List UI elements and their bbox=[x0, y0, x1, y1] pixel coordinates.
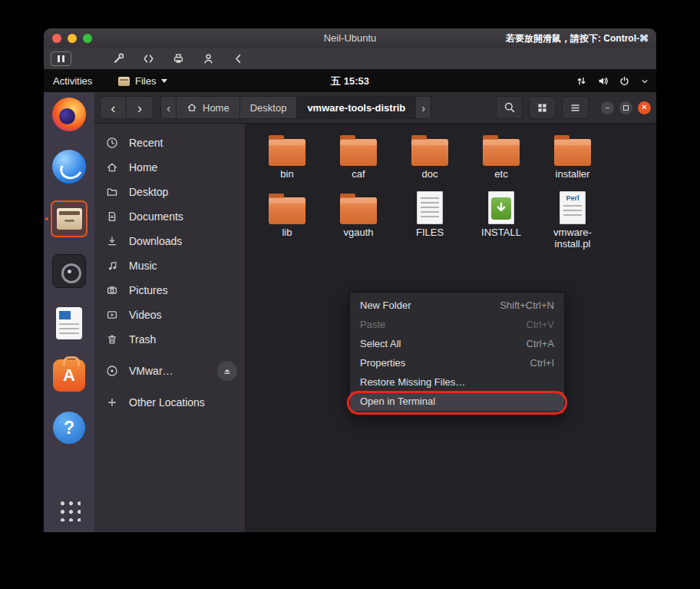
dock-item-rhythmbox[interactable] bbox=[52, 254, 86, 288]
dock-item-firefox[interactable] bbox=[52, 98, 86, 131]
folder-icon bbox=[554, 139, 591, 166]
eject-button[interactable] bbox=[217, 361, 237, 381]
dock-item-ubuntu-software[interactable]: A bbox=[52, 359, 86, 392]
close-button[interactable]: ✕ bbox=[638, 101, 651, 114]
file-label: caf bbox=[352, 169, 365, 180]
file-bin[interactable]: bin bbox=[254, 130, 320, 180]
search-button[interactable] bbox=[496, 96, 523, 119]
dock-item-help[interactable]: ? bbox=[52, 411, 86, 445]
dock-item-thunderbird[interactable] bbox=[52, 150, 86, 184]
dock-item-libreoffice-writer[interactable] bbox=[52, 306, 86, 340]
camera-icon bbox=[106, 284, 118, 296]
video-icon bbox=[106, 309, 118, 321]
sidebar-item-documents[interactable]: Documents bbox=[94, 204, 245, 229]
sidebar-item-label: Home bbox=[129, 161, 157, 174]
system-status-area[interactable] bbox=[576, 70, 649, 92]
file-label: bin bbox=[280, 169, 293, 180]
menu-item-select-all[interactable]: Select All Ctrl+A bbox=[350, 334, 564, 353]
path-segment-home[interactable]: Home bbox=[177, 96, 240, 119]
maximize-button[interactable] bbox=[619, 101, 632, 114]
sidebar-item-label: Music bbox=[129, 260, 157, 272]
sidebar-item-other-locations[interactable]: Other Locations bbox=[94, 390, 245, 415]
sidebar-item-music[interactable]: Music bbox=[94, 253, 245, 278]
sidebar-item-label: VMwar… bbox=[129, 365, 173, 377]
user-icon[interactable] bbox=[200, 51, 216, 67]
menu-item-open-in-terminal[interactable]: Open in Terminal bbox=[350, 392, 564, 411]
file-vmware-install-pl[interactable]: Perl vmware-install.pl bbox=[540, 188, 606, 250]
menu-item-restore-missing-files[interactable]: Restore Missing Files… bbox=[350, 372, 564, 392]
file-files[interactable]: FILES bbox=[397, 188, 463, 250]
document-icon bbox=[106, 210, 118, 223]
path-scroll-left-button[interactable]: ‹ bbox=[160, 96, 177, 119]
forward-button[interactable]: › bbox=[127, 96, 154, 119]
path-scroll-right-button[interactable]: › bbox=[416, 96, 431, 119]
back-button[interactable]: ‹ bbox=[100, 96, 127, 119]
suspend-vm-button[interactable] bbox=[51, 51, 71, 66]
file-label: lib bbox=[282, 227, 292, 239]
sidebar-item-label: Downloads bbox=[129, 235, 182, 247]
sidebar-item-vmware-volume[interactable]: VMwar… bbox=[94, 359, 245, 383]
headerbar-actions: − ✕ bbox=[496, 96, 651, 119]
file-vgauth[interactable]: vgauth bbox=[325, 188, 391, 250]
sidebar-item-desktop[interactable]: Desktop bbox=[94, 180, 245, 204]
folder-icon bbox=[483, 139, 520, 166]
path-segment-desktop[interactable]: Desktop bbox=[240, 96, 298, 119]
menu-item-label: Properties bbox=[360, 357, 405, 369]
code-brackets-icon[interactable] bbox=[140, 51, 157, 67]
menu-item-shortcut: Ctrl+A bbox=[527, 338, 554, 349]
pathbar: ‹ Home Desktop vmware-tools-distrib › bbox=[160, 96, 431, 119]
clock[interactable]: 五 15:53 bbox=[331, 70, 369, 92]
eject-icon bbox=[222, 366, 233, 376]
dock-item-files[interactable] bbox=[52, 202, 86, 236]
file-label: vmware-install.pl bbox=[540, 227, 606, 250]
download-arrow-icon bbox=[491, 197, 511, 220]
path-segment-label: Home bbox=[203, 102, 229, 114]
sidebar-item-label: Documents bbox=[129, 210, 183, 223]
sidebar-item-home[interactable]: Home bbox=[94, 155, 245, 180]
search-icon bbox=[504, 101, 516, 114]
chevron-left-icon[interactable] bbox=[229, 51, 246, 67]
files-app-icon bbox=[118, 77, 130, 86]
file-install[interactable]: INSTALL bbox=[468, 188, 534, 250]
mouse-release-hint: 若要放開滑鼠，請按下: Control-⌘ bbox=[506, 28, 649, 48]
volume-icon bbox=[597, 75, 609, 87]
text-file-icon bbox=[417, 191, 443, 224]
vmware-titlebar: Neil-Ubuntu 若要放開滑鼠，請按下: Control-⌘ bbox=[44, 28, 656, 48]
file-label: vgauth bbox=[343, 227, 373, 239]
sidebar-item-label: Other Locations bbox=[129, 396, 205, 409]
appmenu-files[interactable]: Files bbox=[118, 70, 167, 92]
show-applications-button[interactable] bbox=[58, 498, 81, 521]
sidebar-item-recent[interactable]: Recent bbox=[94, 131, 245, 155]
view-toggle-button[interactable] bbox=[529, 96, 556, 119]
trash-icon bbox=[106, 333, 118, 346]
perl-script-icon: Perl bbox=[560, 191, 586, 224]
file-installer[interactable]: installer bbox=[540, 130, 606, 180]
menu-item-properties[interactable]: Properties Ctrl+I bbox=[350, 353, 564, 372]
sidebar-item-videos[interactable]: Videos bbox=[94, 303, 245, 327]
vmware-toolbar bbox=[44, 48, 656, 70]
path-segment-label: vmware-tools-distrib bbox=[307, 102, 405, 114]
sidebar-item-downloads[interactable]: Downloads bbox=[94, 229, 245, 253]
folder-icon bbox=[106, 186, 118, 198]
help-icon: ? bbox=[53, 412, 85, 444]
file-caf[interactable]: caf bbox=[325, 130, 391, 180]
folder-icon bbox=[269, 197, 305, 224]
wrench-icon[interactable] bbox=[110, 51, 127, 67]
printer-icon[interactable] bbox=[170, 51, 187, 67]
menu-item-label: Restore Missing Files… bbox=[360, 376, 465, 388]
menu-item-label: Select All bbox=[360, 338, 401, 349]
folder-icon bbox=[411, 139, 448, 166]
sidebar: Recent Home Desktop Documents bbox=[94, 124, 246, 532]
minimize-button[interactable]: − bbox=[601, 101, 614, 114]
activities-button[interactable]: Activities bbox=[53, 70, 92, 92]
file-lib[interactable]: lib bbox=[254, 188, 320, 250]
sidebar-item-pictures[interactable]: Pictures bbox=[94, 278, 245, 303]
file-doc[interactable]: doc bbox=[397, 130, 463, 180]
menu-item-new-folder[interactable]: New Folder Shift+Ctrl+N bbox=[350, 296, 564, 315]
file-etc[interactable]: etc bbox=[468, 130, 534, 180]
menu-button[interactable] bbox=[562, 96, 589, 119]
sidebar-item-label: Trash bbox=[129, 333, 156, 346]
sidebar-item-trash[interactable]: Trash bbox=[94, 327, 245, 352]
path-segment-current[interactable]: vmware-tools-distrib bbox=[297, 96, 416, 119]
context-menu: New Folder Shift+Ctrl+N Paste Ctrl+V Sel… bbox=[349, 292, 565, 415]
